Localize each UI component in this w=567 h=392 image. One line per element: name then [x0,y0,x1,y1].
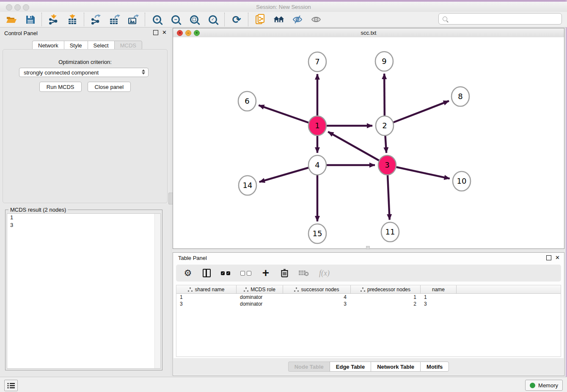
column-type-icon [361,287,365,292]
cell-shared-name[interactable]: 1 [176,294,237,301]
network-canvas[interactable]: 7968124314101511 [173,37,564,248]
optimization-criterion-select[interactable]: strongly connected component [19,68,149,77]
table-row[interactable]: 3dominator323 [176,301,561,307]
close-panel-icon[interactable]: ✕ [162,30,167,35]
close-panel-button[interactable]: Close panel [88,82,131,92]
show-all-icon[interactable] [311,14,322,25]
function-builder-icon[interactable]: f(x) [319,268,330,278]
refresh-icon[interactable]: ⟳ [231,14,242,25]
export-image-icon[interactable] [128,14,139,25]
save-session-icon[interactable] [25,14,36,25]
zoom-fit-icon[interactable] [189,14,200,25]
node-4[interactable]: 4 [308,155,326,175]
tab-node-table[interactable]: Node Table [288,362,330,372]
tab-network[interactable]: Network [32,41,64,50]
column-type-icon [188,287,193,292]
run-mcds-button[interactable]: Run MCDS [39,82,82,92]
memory-label: Memory [538,382,558,389]
svg-text:9: 9 [382,57,386,66]
mcds-result-list[interactable]: 13 [7,213,161,369]
clone-network-icon[interactable] [255,14,266,25]
tab-style[interactable]: Style [64,41,88,50]
node-11[interactable]: 11 [381,222,399,242]
deselect-all-icon[interactable] [240,268,251,278]
search-field[interactable] [438,13,562,25]
cell-predecessor-nodes[interactable]: 1 [351,294,421,301]
table-float-panel-icon[interactable] [546,255,551,260]
cell-predecessor-nodes[interactable]: 2 [351,301,421,307]
float-panel-icon[interactable] [153,30,158,35]
network-resize-grip[interactable] [366,246,370,249]
cell-shared-name[interactable]: 3 [176,301,237,307]
import-network-icon[interactable] [48,14,59,25]
add-column-icon[interactable]: + [261,268,270,278]
tab-network-table[interactable]: Network Table [371,362,420,372]
select-all-icon[interactable] [221,268,230,278]
edge-2-8[interactable] [385,101,449,126]
cell-MCDS-role[interactable]: dominator [237,301,283,307]
cell-name[interactable]: 3 [421,301,457,307]
column-header-shared-name[interactable]: shared name [176,285,237,293]
hide-panels-icon[interactable] [292,14,303,25]
column-header-predecessor-nodes[interactable]: predecessor nodes [351,285,421,293]
task-history-button[interactable] [4,380,18,391]
cell-MCDS-role[interactable]: dominator [237,294,283,301]
mcds-result-item: 3 [7,221,160,229]
column-header-MCDS-role[interactable]: MCDS role [237,285,283,293]
node-7[interactable]: 7 [308,52,326,72]
memory-button[interactable]: Memory [525,380,563,391]
cell-successor-nodes[interactable]: 3 [283,301,351,307]
svg-text:11: 11 [385,227,395,236]
table-row[interactable]: 1dominator411 [176,294,561,301]
delete-table-icon[interactable] [299,268,309,278]
tab-mcds[interactable]: MCDS [114,41,142,50]
result-scrollbar[interactable] [154,214,160,368]
tab-select[interactable]: Select [88,41,114,50]
network-window-titlebar[interactable]: ✕ − + scc.txt [173,28,564,38]
optimization-criterion-label: Optimization criterion: [3,59,167,65]
table-close-panel-icon[interactable]: ✕ [555,256,560,260]
svg-text:4: 4 [315,160,319,169]
table-body: 1dominator4113dominator323 [176,294,561,307]
open-session-icon[interactable] [6,14,17,25]
tab-motifs[interactable]: Motifs [420,362,449,372]
svg-text:7: 7 [315,57,319,66]
network-title: scc.txt [173,30,564,36]
node-table[interactable]: shared nameMCDS rolesuccessor nodesprede… [176,285,561,357]
column-header-successor-nodes[interactable]: successor nodes [283,285,351,293]
node-10[interactable]: 10 [453,171,471,191]
home-icon[interactable] [273,14,284,25]
svg-text:1: 1 [315,121,319,130]
mcds-tab-content: Optimization criterion: strongly connect… [3,49,168,203]
node-3[interactable]: 3 [378,155,396,175]
table-header-row: shared nameMCDS rolesuccessor nodesprede… [176,285,561,294]
export-table-icon[interactable] [109,14,120,25]
zoom-selected-icon[interactable]: ✓ [207,14,218,25]
node-9[interactable]: 9 [375,52,393,71]
optimization-criterion-value: strongly connected component [24,69,99,76]
cell-successor-nodes[interactable]: 4 [283,294,351,301]
edge-3-1[interactable] [328,132,387,165]
node-15[interactable]: 15 [308,224,326,243]
column-header-name[interactable]: name [421,285,457,293]
zoom-in-icon[interactable]: + [151,14,162,25]
node-2[interactable]: 2 [376,116,394,135]
import-table-icon[interactable] [67,14,78,25]
table-panel: Table Panel ✕ ⚙ + f(x) shared nameMCDS r… [173,252,564,376]
zoom-out-icon[interactable]: − [170,14,181,25]
node-6[interactable]: 6 [238,91,256,111]
gear-icon[interactable]: ⚙ [184,268,192,278]
cell-name[interactable]: 1 [421,294,457,301]
mcds-result-title: MCDS result (2 nodes) [8,207,68,213]
node-14[interactable]: 14 [239,176,256,195]
search-input[interactable] [447,16,561,22]
node-8[interactable]: 8 [451,87,469,106]
edge-3-10[interactable] [387,165,450,179]
split-columns-icon[interactable] [202,268,211,278]
delete-column-icon[interactable] [280,268,289,278]
node-1[interactable]: 1 [308,116,326,135]
app-titlebar: Session: New Session [0,2,567,12]
mcds-result-group: MCDS result (2 nodes) 13 [5,210,162,370]
export-network-icon[interactable] [91,14,102,25]
tab-edge-table[interactable]: Edge Table [330,362,371,372]
